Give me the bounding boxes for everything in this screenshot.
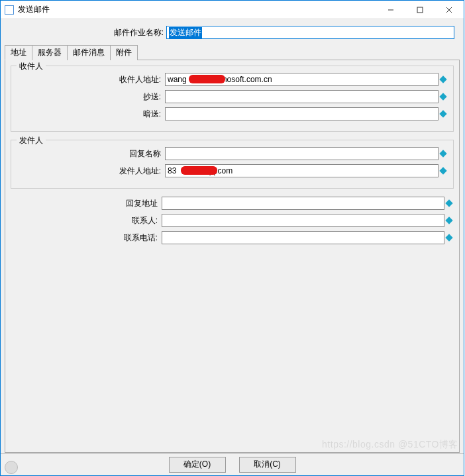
- cc-label: 抄送:: [14, 91, 165, 103]
- reply-address-label: 回复地址: [11, 198, 162, 209]
- expression-button[interactable]: [439, 164, 448, 177]
- expression-button[interactable]: [439, 107, 448, 120]
- diamond-icon: [445, 234, 452, 241]
- recipient-address-row: 收件人地址:: [14, 73, 448, 86]
- diamond-icon: [439, 150, 446, 157]
- diamond-icon: [445, 216, 452, 224]
- expression-button[interactable]: [439, 147, 448, 160]
- phone-input[interactable]: [162, 231, 444, 244]
- contact-label: 联系人:: [11, 215, 162, 226]
- maximize-button[interactable]: [405, 1, 435, 19]
- diamond-icon: [439, 110, 446, 117]
- diamond-icon: [445, 199, 452, 207]
- job-name-label: 邮件作业名称:: [5, 27, 166, 38]
- contact-row: 联系人:: [11, 214, 454, 227]
- sender-address-row: 发件人地址:: [14, 164, 448, 177]
- recipient-group: 收件人 收件人地址: 抄送:: [11, 66, 454, 132]
- contact-input[interactable]: [162, 214, 444, 227]
- expression-button[interactable]: [444, 197, 454, 210]
- cc-input[interactable]: [165, 90, 439, 103]
- expression-button[interactable]: [444, 214, 454, 227]
- reply-address-input[interactable]: [162, 197, 444, 210]
- reply-name-label: 回复名称: [14, 148, 165, 160]
- bcc-input[interactable]: [165, 107, 439, 120]
- job-name-value: 发送邮件: [169, 27, 202, 38]
- expression-button[interactable]: [444, 231, 454, 244]
- cancel-button[interactable]: 取消(C): [239, 457, 296, 473]
- app-icon: [5, 5, 14, 15]
- tab-panel-address: 收件人 收件人地址: 抄送:: [5, 60, 460, 453]
- diamond-icon: [439, 75, 446, 83]
- dialog-footer: 确定(O) 取消(C): [1, 453, 464, 475]
- sender-group-title: 发件人: [17, 135, 46, 146]
- ok-button[interactable]: 确定(O): [169, 457, 226, 473]
- bcc-row: 暗送:: [14, 107, 448, 120]
- help-icon[interactable]: [5, 461, 18, 474]
- close-button[interactable]: [435, 1, 464, 19]
- job-name-row: 邮件作业名称: 发送邮件: [1, 19, 464, 44]
- expression-button[interactable]: [439, 73, 448, 86]
- phone-label: 联系电话:: [11, 232, 162, 244]
- diamond-icon: [439, 93, 446, 100]
- tab-address[interactable]: 地址: [5, 45, 32, 60]
- redaction-mark: [189, 75, 225, 83]
- expression-button[interactable]: [439, 90, 448, 103]
- tabs: 地址 服务器 邮件消息 附件: [5, 45, 460, 60]
- bcc-label: 暗送:: [14, 109, 165, 120]
- phone-row: 联系电话:: [11, 231, 454, 244]
- titlebar: 发送邮件: [1, 1, 464, 19]
- svg-rect-1: [417, 7, 423, 13]
- window-title: 发送邮件: [18, 4, 376, 15]
- minimize-button[interactable]: [376, 1, 405, 19]
- redaction-mark: [181, 166, 217, 175]
- tab-message[interactable]: 邮件消息: [67, 45, 111, 60]
- cc-row: 抄送:: [14, 90, 448, 103]
- tab-server[interactable]: 服务器: [32, 45, 68, 60]
- sender-address-label: 发件人地址:: [14, 166, 165, 177]
- diamond-icon: [439, 167, 446, 174]
- sender-group: 发件人 回复名称 发件人地址:: [11, 140, 454, 189]
- send-mail-window: 发送邮件 邮件作业名称: 发送邮件 地址 服务器 邮件消息 附件: [0, 0, 464, 476]
- tab-container: 地址 服务器 邮件消息 附件 收件人 收件人地址: 抄送:: [5, 44, 460, 453]
- reply-name-input[interactable]: [165, 147, 439, 160]
- job-name-input[interactable]: 发送邮件: [166, 26, 454, 39]
- tab-attachment[interactable]: 附件: [110, 45, 138, 60]
- window-controls: [376, 1, 464, 19]
- recipient-address-label: 收件人地址:: [14, 74, 165, 85]
- reply-name-row: 回复名称: [14, 147, 448, 160]
- recipient-group-title: 收件人: [17, 61, 46, 72]
- reply-address-row: 回复地址: [11, 197, 454, 210]
